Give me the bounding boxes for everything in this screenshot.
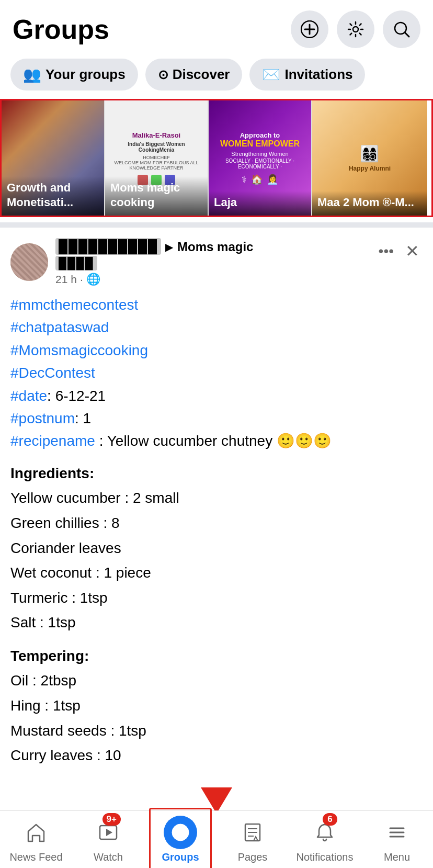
postnum-hashtag[interactable]: #postnum [10,410,75,426]
post-time-unit: · [80,273,83,286]
postnum-value: : 1 [75,410,91,426]
red-arrow-indicator [201,787,232,814]
groups-pill-icon: 👥 [23,66,41,83]
tempering-1: Oil : 2tbsp [10,668,423,693]
notifications-label: Notifications [297,851,354,863]
red-arrow [201,787,232,814]
nav-news-feed[interactable]: News Feed [0,811,72,868]
add-button[interactable] [291,10,328,48]
search-button[interactable] [383,10,420,48]
post-header: ██████████ ▶ Moms magic ████ 21 h · 🌐 ••… [10,238,423,286]
your-groups-pill[interactable]: 👥 Your groups [10,59,138,91]
post-group-arrow: ▶ [165,241,173,253]
notifications-badge: 6 [323,813,337,826]
post-author-blurred: ██████████ [55,238,161,255]
postnum-line: #postnum: 1 [10,407,423,430]
group-card-1-label: Growth and Monetisati... [2,176,104,216]
date-hashtag[interactable]: #date [10,388,47,404]
tempering-heading: Tempering: [10,644,423,669]
menu-label: Menu [384,851,410,863]
svg-marker-7 [106,829,112,836]
discover-label: Discover [173,66,230,83]
ingredients-heading: Ingredients: [10,461,423,486]
news-feed-label: News Feed [9,851,62,863]
svg-point-10 [174,828,177,831]
tempering-4: Curry leaves : 10 [10,743,423,768]
post-meta: 21 h · 🌐 [55,273,253,286]
groups-carousel: Growth and Monetisati... Malika-E-Rasoi … [2,100,431,216]
discover-pill-icon: ⊙ [158,67,168,82]
ingredient-3: Coriander leaves [10,536,423,561]
ingredient-4: Wet coconut : 1 piece [10,560,423,585]
post: ██████████ ▶ Moms magic ████ 21 h · 🌐 ••… [0,228,433,768]
hashtag-4[interactable]: #DecContest [10,362,423,384]
close-button[interactable]: ✕ [402,238,423,264]
page-title: Groups [13,14,109,45]
header-actions [291,10,420,48]
nav-pages[interactable]: Pages [216,811,289,868]
discover-pill[interactable]: ⊙ Discover [145,59,243,91]
date-line: #date: 6-12-21 [10,385,423,407]
post-time: 21 h [55,273,77,286]
hashtag-2[interactable]: #chatpataswad [10,316,423,339]
ingredient-5: Turmeric : 1tsp [10,585,423,611]
hashtag-3[interactable]: #Momsmagiccooking [10,339,423,362]
recipename-hashtag[interactable]: #recipename [10,433,95,449]
section-divider [0,222,433,228]
post-actions: ••• ✕ [375,238,423,264]
news-feed-icon-wrap [19,816,53,849]
pages-label: Pages [238,851,268,863]
nav-groups[interactable]: Groups [144,811,216,868]
group-card-2[interactable]: Malika-E-Rasoi India's Biggest Women Coo… [104,100,208,216]
settings-button[interactable] [337,10,374,48]
invitations-pill-icon: ✉️ [262,66,280,83]
svg-point-11 [184,828,188,831]
date-value: : 6-12-21 [47,388,106,404]
watch-label: Watch [94,851,123,863]
post-content: #mmcthemecontest #chatpataswad #Momsmagi… [10,294,423,453]
nav-pills: 👥 Your groups ⊙ Discover ✉️ Invitations [0,53,433,99]
groups-label: Groups [162,851,199,863]
watch-badge: 9+ [102,813,121,826]
avatar [10,243,48,281]
tempering-2: Hing : 1tsp [10,693,423,718]
group-card-4-label: Maa 2 Mom ®-M... [312,191,427,216]
invitations-label: Invitations [284,66,352,83]
group-card-4[interactable]: 👩‍👩‍👧‍👦 Happy Alumni Maa 2 Mom ®-M... [311,100,427,216]
ingredient-6: Salt : 1tsp [10,610,423,635]
ingredient-2: Green chillies : 8 [10,511,423,536]
nav-menu[interactable]: Menu [361,811,433,868]
group-card-3[interactable]: Approach to WOMEN EMPOWER Strengthening … [208,100,311,216]
nav-watch[interactable]: 9+ Watch [72,811,144,868]
svg-line-5 [405,32,409,37]
groups-icon-wrap [164,816,197,849]
bottom-nav: News Feed 9+ Watch Groups [0,810,433,868]
group-card-1[interactable]: Growth and Monetisati... [2,100,104,216]
nav-notifications[interactable]: 6 Notifications [289,811,361,868]
group-card-2-label: Moms magic cooking [105,176,208,216]
groups-carousel-wrapper: Growth and Monetisati... Malika-E-Rasoi … [0,99,433,217]
invitations-pill[interactable]: ✉️ Invitations [249,59,365,91]
post-avatar-area: ██████████ ▶ Moms magic ████ 21 h · 🌐 [10,238,253,286]
your-groups-label: Your groups [45,66,126,83]
menu-icon-wrap [380,816,414,849]
more-options-button[interactable]: ••• [375,240,397,263]
globe-icon: 🌐 [86,273,100,286]
tempering-3: Mustard seeds : 1tsp [10,718,423,743]
pages-icon-wrap [236,816,269,849]
post-body: Ingredients: Yellow cucumber : 2 small G… [10,461,423,768]
ingredient-1: Yellow cucumber : 2 small [10,486,423,511]
svg-point-9 [178,828,183,833]
post-group-name[interactable]: Moms magic [177,240,253,254]
hashtag-1[interactable]: #mmcthemecontest [10,294,423,316]
svg-point-3 [353,27,358,32]
group-card-3-label: Laja [209,191,311,216]
recipename-line: #recipename : Yellow cucumber chutney 🙂🙂… [10,430,423,452]
page-header: Groups [0,0,433,53]
recipename-value: : Yellow cucumber chutney 🙂🙂🙂 [95,433,332,449]
post-author-info: ██████████ ▶ Moms magic ████ 21 h · 🌐 [55,238,253,286]
post-subname-blurred: ████ [55,256,97,270]
